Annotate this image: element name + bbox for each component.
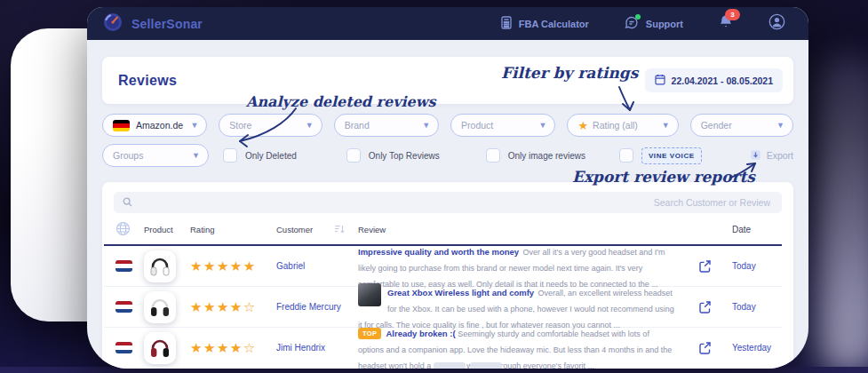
chevron-down-icon: ▼ bbox=[192, 151, 200, 160]
store-select[interactable]: Store ▼ bbox=[219, 114, 322, 137]
only-top-label: Only Top Reviews bbox=[369, 151, 440, 161]
product-select[interactable]: Product ▼ bbox=[450, 114, 555, 137]
nav-fba-label: FBA Calculator bbox=[519, 19, 589, 29]
nav-fba-calculator[interactable]: FBA Calculator bbox=[500, 16, 589, 31]
calculator-icon bbox=[500, 16, 513, 31]
review-title[interactable]: Great Xbox Wireless light and comfy bbox=[387, 288, 534, 298]
chevron-down-icon: ▼ bbox=[190, 121, 198, 130]
chevron-down-icon: ▼ bbox=[306, 121, 314, 130]
rating-select[interactable]: ★ Rating (all) ▼ bbox=[567, 114, 678, 137]
star-icon: ★ bbox=[577, 119, 588, 132]
export-label: Export bbox=[767, 150, 793, 161]
chevron-down-icon: ▼ bbox=[538, 121, 546, 130]
germany-flag-icon bbox=[113, 120, 130, 131]
only-deleted-filter: Only Deleted bbox=[223, 148, 297, 163]
sellersonar-gauge-icon bbox=[103, 12, 123, 36]
annotation-ratings: Filter by ratings bbox=[501, 64, 638, 82]
search-icon bbox=[123, 194, 132, 210]
review-attachment-image[interactable] bbox=[358, 289, 381, 306]
netherlands-flag-icon bbox=[115, 342, 132, 353]
search-bar bbox=[114, 192, 782, 213]
background-glow bbox=[815, 53, 868, 373]
col-customer-wrap: Customer bbox=[276, 224, 358, 236]
review-title[interactable]: TOPAlready broken :( bbox=[358, 329, 458, 338]
only-deleted-checkbox[interactable] bbox=[223, 148, 237, 163]
customer-name[interactable]: Freddie Mercury bbox=[276, 302, 358, 312]
filters-row-2: Groups ▼ Only Deleted Only Top Reviews O… bbox=[102, 144, 793, 167]
customer-name[interactable]: Jimi Hendrix bbox=[276, 343, 358, 353]
review-attachment-image[interactable] bbox=[434, 362, 466, 369]
product-image[interactable] bbox=[144, 291, 176, 323]
product-image[interactable] bbox=[144, 332, 176, 364]
marketplace-globe-icon bbox=[115, 221, 144, 238]
only-deleted-label: Only Deleted bbox=[245, 151, 297, 161]
screenshot-stage: SellerSonar FBA Calculator bbox=[0, 0, 868, 373]
marketplace-select[interactable]: Amazon.de ▼ bbox=[102, 114, 207, 137]
online-dot bbox=[635, 14, 641, 20]
marketplace-value: Amazon.de bbox=[136, 120, 183, 131]
page-header-card: Reviews 22.04.2021 - 08.05.2021 bbox=[102, 57, 793, 104]
open-review-link-icon[interactable] bbox=[686, 341, 723, 354]
vine-checkbox[interactable] bbox=[619, 148, 633, 163]
brand-placeholder: Brand bbox=[345, 120, 370, 131]
nav-support[interactable]: Support bbox=[625, 16, 683, 32]
filters-row-1: Amazon.de ▼ Store ▼ Brand ▼ Product ▼ ★ … bbox=[102, 114, 793, 137]
chevron-down-icon: ▼ bbox=[422, 121, 430, 130]
reviews-table-card: Product Rating Customer Review Date bbox=[102, 182, 793, 369]
search-input[interactable] bbox=[132, 196, 778, 209]
annotation-export: Export review reports bbox=[572, 168, 755, 186]
vine-voice-badge[interactable]: VINE VOICE bbox=[641, 147, 702, 164]
col-rating: Rating bbox=[190, 225, 276, 234]
netherlands-flag-icon bbox=[115, 301, 132, 313]
store-placeholder: Store bbox=[229, 120, 251, 131]
groups-select[interactable]: Groups ▼ bbox=[102, 144, 209, 167]
col-date: Date bbox=[723, 225, 782, 234]
only-image-filter: Only image reviews bbox=[486, 148, 585, 163]
top-navbar: SellerSonar FBA Calculator bbox=[87, 7, 808, 40]
sort-icon[interactable] bbox=[334, 224, 346, 236]
brand-select[interactable]: Brand ▼ bbox=[334, 114, 439, 137]
col-customer: Customer bbox=[276, 225, 313, 234]
chevron-down-icon: ▼ bbox=[662, 121, 670, 130]
only-image-label: Only image reviews bbox=[508, 151, 585, 161]
only-top-checkbox[interactable] bbox=[346, 148, 361, 163]
rating-stars: ★★★★☆ bbox=[190, 340, 276, 356]
review-attachment-image[interactable] bbox=[470, 362, 502, 369]
review-date: Yesterday bbox=[723, 343, 782, 353]
customer-name[interactable]: Gabriel bbox=[276, 261, 358, 271]
app-window: SellerSonar FBA Calculator bbox=[87, 7, 808, 369]
open-review-link-icon[interactable] bbox=[686, 259, 723, 273]
date-range-picker[interactable]: 22.04.2021 - 08.05.2021 bbox=[645, 68, 783, 92]
gender-select[interactable]: Gender ▼ bbox=[690, 114, 793, 137]
notifications-bell[interactable]: 3 bbox=[719, 14, 733, 33]
export-button[interactable]: Export bbox=[750, 149, 793, 163]
notification-badge: 3 bbox=[725, 9, 740, 20]
vine-filter: VINE VOICE bbox=[619, 147, 702, 164]
date-range-value: 22.04.2021 - 08.05.2021 bbox=[672, 75, 773, 86]
profile-avatar[interactable] bbox=[768, 13, 785, 34]
navbar-right: FBA Calculator Support bbox=[500, 13, 785, 34]
gender-placeholder: Gender bbox=[701, 120, 732, 131]
nav-support-label: Support bbox=[646, 19, 683, 29]
col-review: Review bbox=[358, 225, 686, 234]
rating-stars: ★★★★☆ bbox=[190, 299, 276, 315]
review-date: Today bbox=[723, 302, 782, 312]
table-row: ★★★★☆ Freddie Mercury Great Xbox Wireles… bbox=[104, 287, 782, 328]
groups-placeholder: Groups bbox=[113, 150, 143, 161]
review-cell: TOPAlready broken :( Seemingly sturdy an… bbox=[358, 324, 686, 369]
open-review-link-icon[interactable] bbox=[686, 300, 723, 313]
only-top-filter: Only Top Reviews bbox=[346, 148, 440, 163]
only-image-checkbox[interactable] bbox=[486, 148, 500, 163]
table-header-row: Product Rating Customer Review Date bbox=[104, 213, 782, 246]
brand-logo[interactable]: SellerSonar bbox=[103, 12, 203, 36]
product-image[interactable] bbox=[144, 250, 176, 282]
netherlands-flag-icon bbox=[115, 260, 132, 272]
calendar-icon bbox=[655, 74, 665, 87]
annotation-deleted: Analyze deleted reviews bbox=[246, 93, 436, 110]
review-title[interactable]: Impressive quality and worth the money bbox=[358, 247, 519, 257]
rating-placeholder: Rating (all) bbox=[593, 120, 638, 131]
export-download-icon bbox=[750, 149, 761, 163]
chevron-down-icon: ▼ bbox=[776, 121, 784, 130]
review-date: Today bbox=[723, 261, 782, 271]
brand-name: SellerSonar bbox=[131, 17, 203, 31]
